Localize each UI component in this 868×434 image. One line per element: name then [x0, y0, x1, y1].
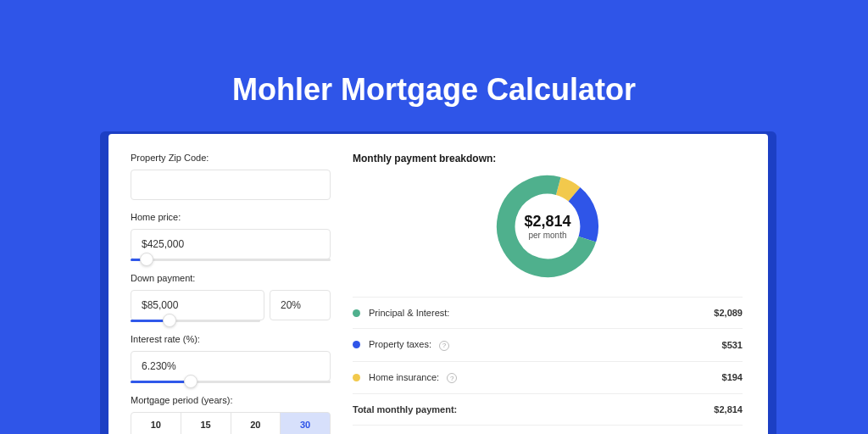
period-label: Mortgage period (years):	[131, 395, 331, 405]
total-value: $2,814	[714, 404, 743, 415]
zip-input[interactable]	[131, 170, 331, 200]
price-label: Home price:	[131, 212, 331, 222]
down-slider[interactable]	[131, 320, 260, 322]
zip-field: Property Zip Code:	[131, 153, 331, 200]
help-icon[interactable]: ?	[439, 341, 449, 351]
down-field: Down payment:	[131, 273, 331, 322]
rate-label: Interest rate (%):	[131, 334, 331, 344]
rate-slider[interactable]	[131, 381, 331, 383]
period-btn-20[interactable]: 20	[231, 412, 281, 434]
legend-name: Principal & Interest:	[369, 308, 714, 318]
down-amount-input[interactable]	[131, 290, 264, 320]
dot-icon	[353, 341, 360, 348]
dot-icon	[353, 309, 360, 317]
price-slider-thumb[interactable]	[140, 253, 153, 266]
page-title: Mohler Mortgage Calculator	[0, 72, 868, 108]
period-btn-10[interactable]: 10	[131, 412, 181, 434]
legend-value: $194	[722, 372, 743, 382]
breakdown-title: Monthly payment breakdown:	[353, 153, 743, 164]
down-label: Down payment:	[131, 273, 331, 283]
donut-sublabel: per month	[528, 231, 566, 240]
legend-taxes: Property taxes: ? $531	[353, 328, 743, 361]
period-buttons: 10 15 20 30	[131, 412, 331, 434]
zip-label: Property Zip Code:	[131, 153, 331, 163]
legend-value: $531	[722, 340, 743, 350]
donut-amount: $2,814	[524, 213, 570, 231]
legend-name: Property taxes: ?	[369, 339, 722, 351]
period-btn-15[interactable]: 15	[181, 412, 231, 434]
legend-name: Home insurance: ?	[369, 372, 722, 384]
price-slider[interactable]	[131, 259, 331, 261]
donut-chart: $2,814 per month	[492, 171, 603, 281]
help-icon[interactable]: ?	[447, 373, 457, 383]
total-name: Total monthly payment:	[353, 404, 714, 415]
donut-center: $2,814 per month	[492, 171, 603, 281]
period-btn-30[interactable]: 30	[280, 412, 331, 434]
down-pct-input[interactable]	[270, 290, 331, 320]
donut-chart-wrap: $2,814 per month	[353, 171, 743, 281]
rate-field: Interest rate (%):	[131, 334, 331, 383]
legend-principal: Principal & Interest: $2,089	[353, 297, 743, 328]
price-input[interactable]	[131, 229, 331, 259]
dot-icon	[353, 374, 360, 381]
form-panel: Property Zip Code: Home price: Down paym…	[131, 153, 331, 434]
legend-value: $2,089	[714, 308, 743, 318]
legend-total: Total monthly payment: $2,814	[353, 393, 743, 426]
price-field: Home price:	[131, 212, 331, 261]
rate-input[interactable]	[131, 351, 331, 381]
rate-slider-thumb[interactable]	[184, 375, 198, 388]
down-slider-thumb[interactable]	[163, 314, 176, 327]
period-field: Mortgage period (years): 10 15 20 30	[131, 395, 331, 434]
breakdown-panel: Monthly payment breakdown: $2,814 per mo…	[353, 153, 743, 434]
legend-insurance: Home insurance: ? $194	[353, 361, 743, 394]
calculator-card: Property Zip Code: Home price: Down paym…	[108, 134, 768, 434]
